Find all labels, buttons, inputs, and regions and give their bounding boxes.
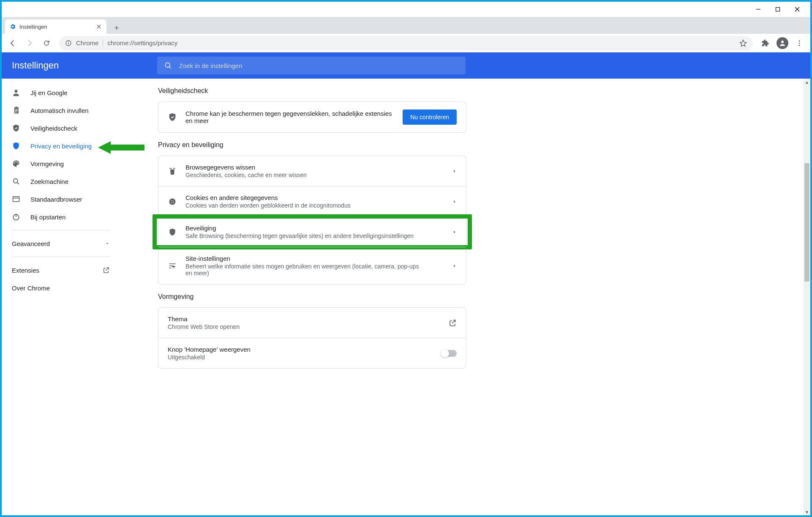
site-info-icon[interactable] <box>65 40 72 47</box>
svg-rect-10 <box>68 43 68 44</box>
tune-icon <box>168 261 177 271</box>
shield-icon <box>12 142 20 150</box>
svg-line-16 <box>169 67 171 68</box>
settings-title: Instellingen <box>12 60 147 71</box>
sidebar-item-you-and-google[interactable]: Jij en Google <box>2 84 120 101</box>
row-subtitle: Chrome Web Store openen <box>168 323 404 330</box>
appearance-card: Thema Chrome Web Store openen Knop 'Home… <box>158 307 466 369</box>
sidebar-advanced-label: Geavanceerd <box>12 240 50 247</box>
shield-icon <box>168 227 177 237</box>
clipboard-icon <box>12 106 20 115</box>
svg-point-15 <box>165 63 170 67</box>
row-cookies[interactable]: Cookies en andere sitegegevens Cookies v… <box>158 186 466 216</box>
row-subtitle: Geschiedenis, cookies, cache en meer wis… <box>185 172 422 178</box>
scroll-up-icon[interactable]: ▲ <box>804 79 810 85</box>
tab-close-button[interactable] <box>95 23 102 30</box>
address-bar[interactable]: Chrome chrome://settings/privacy <box>59 36 753 50</box>
profile-avatar[interactable] <box>775 36 790 51</box>
chevron-right-icon <box>452 169 457 173</box>
svg-point-25 <box>169 198 176 205</box>
scrollbar-thumb[interactable] <box>804 163 809 282</box>
chevron-right-icon <box>452 200 457 204</box>
row-title: Beveiliging <box>185 224 444 232</box>
svg-point-26 <box>171 200 172 201</box>
row-title: Site-instellingen <box>185 255 444 262</box>
toggle-home-button[interactable] <box>441 350 457 357</box>
browser-toolbar: Chrome chrome://settings/privacy <box>2 34 810 52</box>
row-theme[interactable]: Thema Chrome Web Store openen <box>158 308 466 338</box>
shield-check-icon <box>12 124 20 132</box>
sidebar-advanced-toggle[interactable]: Geavanceerd <box>2 235 120 252</box>
sidebar-item-default-browser[interactable]: Standaardbrowser <box>2 190 120 208</box>
menu-button[interactable] <box>792 36 807 51</box>
sidebar-item-label: Jij en Google <box>30 89 68 96</box>
row-title: Thema <box>168 315 440 323</box>
window-close-button[interactable] <box>787 3 807 16</box>
svg-point-11 <box>781 41 784 43</box>
search-icon <box>12 177 20 186</box>
extensions-icon[interactable] <box>758 36 773 51</box>
person-icon <box>12 88 20 97</box>
sidebar-item-label: Standaardbrowser <box>30 196 82 203</box>
bookmark-star-icon[interactable] <box>739 39 747 47</box>
open-in-new-icon <box>448 319 457 327</box>
svg-line-19 <box>17 183 19 184</box>
settings-search[interactable] <box>157 57 466 74</box>
svg-point-9 <box>68 41 69 42</box>
safety-check-button[interactable]: Nu controleren <box>403 109 457 125</box>
new-tab-button[interactable] <box>111 22 123 34</box>
sidebar-item-appearance[interactable]: Vormgeving <box>2 155 120 172</box>
omnibox-separator <box>103 39 103 47</box>
row-subtitle: Safe Browsing (bescherming tegen gevaarl… <box>185 233 422 239</box>
browser-tab[interactable]: Instellingen <box>5 19 106 34</box>
sidebar-item-label: Vormgeving <box>30 160 64 167</box>
row-subtitle: Beheert welke informatie sites mogen geb… <box>185 263 422 276</box>
sidebar-extensions-link[interactable]: Extensies <box>2 261 120 279</box>
settings-main: Veiligheidscheck Chrome kan je bescherme… <box>120 79 810 515</box>
gear-icon <box>9 23 16 30</box>
row-title: Cookies en andere sitegegevens <box>185 194 444 201</box>
sidebar-extensions-label: Extensies <box>12 267 39 274</box>
svg-rect-20 <box>13 197 19 202</box>
sidebar-item-search-engine[interactable]: Zoekmachine <box>2 172 120 190</box>
row-home-button[interactable]: Knop 'Homepage' weergeven Uitgeschakeld <box>158 338 466 368</box>
palette-icon <box>12 159 20 168</box>
row-clear-browsing-data[interactable]: Browsegegevens wissen Geschiedenis, cook… <box>158 156 466 186</box>
sidebar-about-label: Over Chrome <box>12 284 50 292</box>
sidebar-about-link[interactable]: Over Chrome <box>2 279 120 297</box>
scrollbar[interactable]: ▲ ▼ <box>804 79 810 515</box>
browser-window-icon <box>12 195 20 203</box>
window-maximize-button[interactable] <box>768 3 787 16</box>
search-icon <box>164 61 172 70</box>
row-title: Browsegegevens wissen <box>185 164 444 171</box>
sidebar-item-safety-check[interactable]: Veiligheidscheck <box>2 119 120 137</box>
sidebar-item-label: Zoekmachine <box>30 178 68 185</box>
settings-search-input[interactable] <box>178 62 459 70</box>
sidebar-separator <box>12 257 110 257</box>
row-site-settings[interactable]: Site-instellingen Beheert welke informat… <box>158 247 466 284</box>
row-title: Knop 'Homepage' weergeven <box>168 346 433 353</box>
open-in-new-icon <box>102 266 110 274</box>
svg-point-29 <box>173 202 174 202</box>
forward-button[interactable] <box>22 36 37 51</box>
shield-check-icon <box>168 112 177 122</box>
svg-point-28 <box>171 202 172 203</box>
chevron-right-icon <box>452 230 457 234</box>
section-title-appearance: Vormgeving <box>158 293 466 301</box>
svg-rect-1 <box>776 8 780 11</box>
sidebar-item-on-startup[interactable]: Bij opstarten <box>2 208 120 226</box>
sidebar-item-label: Bij opstarten <box>30 213 65 221</box>
back-button[interactable] <box>5 36 20 51</box>
sidebar-item-label: Privacy en beveiliging <box>30 142 92 150</box>
scroll-down-icon[interactable]: ▼ <box>804 509 810 515</box>
reload-button[interactable] <box>39 36 54 51</box>
tab-title: Instellingen <box>19 24 92 30</box>
sidebar-item-label: Veiligheidscheck <box>30 125 77 132</box>
svg-point-12 <box>799 40 800 41</box>
sidebar-separator <box>12 230 110 230</box>
sidebar-item-autofill[interactable]: Automatisch invullen <box>2 101 120 119</box>
chevron-down-icon <box>105 241 110 246</box>
chevron-right-icon <box>452 264 457 268</box>
row-security[interactable]: Beveiliging Safe Browsing (bescherming t… <box>158 216 466 247</box>
window-minimize-button[interactable] <box>749 3 768 16</box>
